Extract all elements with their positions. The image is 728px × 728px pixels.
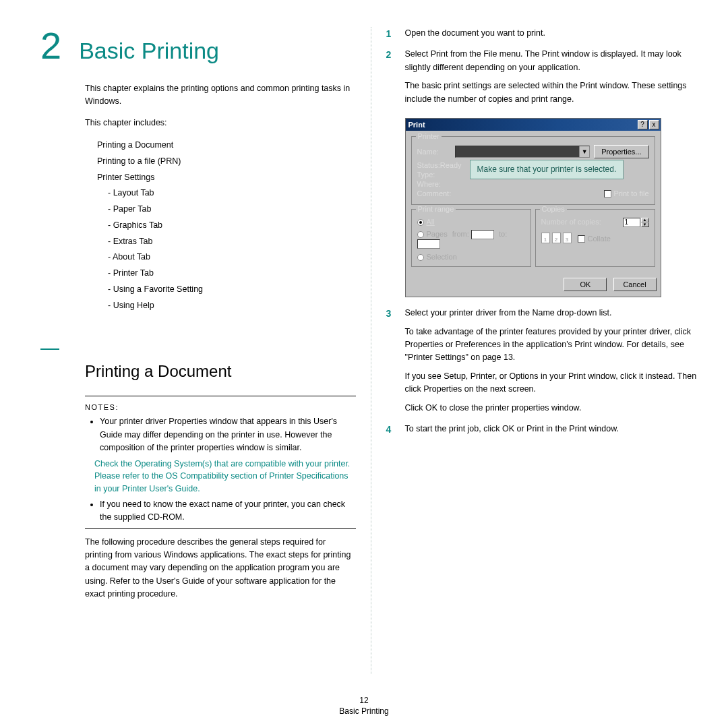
toc-subitem: - Using Help [108, 298, 356, 314]
pages-label: Pages [427, 230, 448, 238]
properties-button[interactable]: Properties... [594, 145, 648, 158]
divider-line [85, 528, 356, 529]
collate-checkbox[interactable] [578, 235, 585, 243]
selection-label: Selection [427, 253, 457, 261]
groupbox-label: Printer [416, 132, 442, 140]
divider-line [85, 396, 356, 396]
toc-subitem: - Using a Favorite Setting [108, 282, 356, 298]
body-paragraph: The following procedure describes the ge… [85, 536, 356, 601]
page-number: 12 [0, 696, 728, 705]
printer-groupbox: Printer Name: ▼ Properties... Status:Rea… [411, 136, 655, 205]
toc-item: Printing a Document [97, 138, 356, 154]
section-title: Printing a Document [85, 362, 356, 381]
step-text: To take advantage of the printer feature… [405, 326, 702, 365]
collate-label: Collate [588, 235, 611, 243]
toc-subitem: - Paper Tab [108, 202, 356, 218]
ok-button[interactable]: OK [564, 278, 607, 291]
step-text: Click OK to close the printer properties… [405, 402, 702, 415]
spin-down-icon[interactable]: ▼ [641, 222, 649, 227]
intro-paragraph: This chapter explains the printing optio… [85, 82, 356, 109]
status-value: Ready [440, 161, 462, 169]
column-divider [371, 27, 371, 674]
toc-subitem: - Graphics Tab [108, 218, 356, 234]
toc-subitem: - About Tab [108, 249, 356, 266]
note-bullet: If you need to know the exact name of yo… [100, 498, 356, 524]
toc-subitem: - Printer Tab [108, 266, 356, 282]
status-label: Status: [417, 161, 440, 169]
print-dialog: Print ? x Printer Name: ▼ Properties... … [405, 118, 661, 297]
cancel-button[interactable]: Cancel [613, 278, 657, 291]
close-button[interactable]: x [649, 120, 659, 129]
step-number: 4 [386, 423, 394, 441]
dialog-title: Print [408, 121, 636, 129]
toc-subitem: - Extras Tab [108, 234, 356, 250]
titlebar: Print ? x [406, 119, 661, 131]
collate-icon: 123 [541, 233, 572, 243]
chevron-down-icon[interactable]: ▼ [579, 146, 589, 157]
where-label: Where: [417, 180, 441, 188]
printer-name-combo[interactable]: ▼ [455, 146, 590, 158]
step-number: 2 [386, 48, 394, 111]
footer-title: Basic Printing [0, 706, 728, 716]
selection-radio[interactable] [417, 254, 424, 261]
step-number: 3 [386, 307, 394, 420]
toc-subitem: - Layout Tab [108, 185, 356, 202]
type-label: Type: [417, 171, 435, 179]
step-text: Open the document you want to print. [405, 27, 702, 40]
compatibility-note: Check the Operating System(s) that are c… [94, 458, 353, 495]
step-text: The basic print settings are selected wi… [405, 80, 702, 106]
from-label: from: [452, 230, 469, 238]
includes-label: This chapter includes: [85, 117, 356, 129]
all-label: All [427, 218, 435, 226]
toc-item: Printing to a file (PRN) [97, 154, 356, 170]
note-bullet: Your printer driver Properties window th… [100, 415, 356, 454]
chapter-number: 2 [40, 27, 61, 65]
section-rule [40, 348, 59, 350]
to-label: to: [499, 230, 507, 238]
step-number: 1 [386, 27, 394, 45]
print-range-groupbox: Print range All Pages from: to: Selectio… [411, 209, 531, 267]
num-copies-label: Number of copies: [541, 218, 601, 226]
callout-box: Make sure that your printer is selected. [470, 160, 624, 180]
to-field[interactable] [417, 239, 440, 249]
print-to-file-label: Print to file [614, 189, 649, 198]
print-to-file-checkbox[interactable] [604, 190, 611, 198]
chapter-header: 2 Basic Printing [40, 27, 356, 65]
name-label: Name: [417, 148, 455, 156]
help-button[interactable]: ? [638, 120, 648, 129]
from-field[interactable] [471, 230, 494, 239]
copies-field[interactable]: 1 [623, 218, 640, 227]
step-text: Select Print from the File menu. The Pri… [405, 48, 702, 74]
comment-label: Comment: [417, 189, 452, 198]
chapter-title: Basic Printing [79, 38, 219, 64]
copies-groupbox: Copies Number of copies: 1 ▲▼ 123 Collat… [535, 209, 655, 267]
groupbox-label: Copies [540, 205, 567, 213]
spin-up-icon[interactable]: ▲ [641, 218, 649, 222]
groupbox-label: Print range [416, 205, 456, 213]
toc-item: Printer Settings [97, 170, 356, 186]
step-text: To start the print job, click OK or Prin… [405, 423, 702, 435]
page-footer: 12 Basic Printing [0, 696, 728, 716]
pages-radio[interactable] [417, 231, 424, 238]
notes-label: NOTES: [85, 403, 356, 411]
all-radio[interactable] [417, 219, 424, 226]
step-text: If you see Setup, Printer, or Options in… [405, 370, 702, 396]
step-text: Select your printer driver from the Name… [405, 307, 702, 320]
